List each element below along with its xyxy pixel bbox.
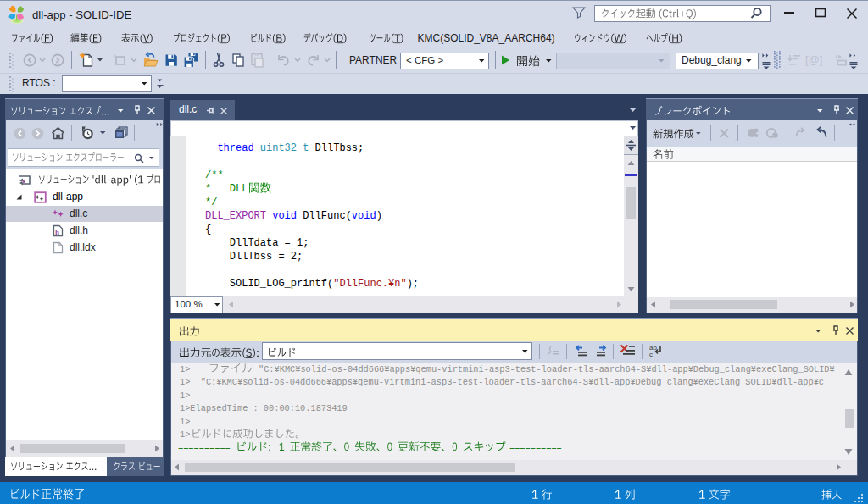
svg-text:c: c [649,351,653,357]
svg-text:h: h [55,228,59,236]
svg-text:[@]: [@] [805,53,822,66]
